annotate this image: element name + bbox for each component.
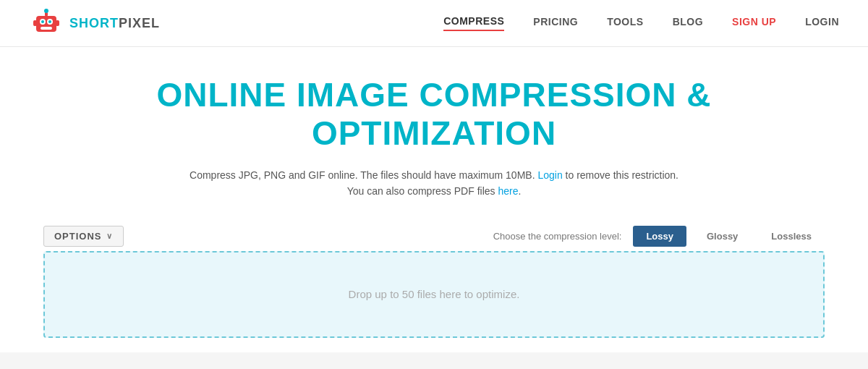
- nav-compress[interactable]: COMPRESS: [443, 15, 504, 31]
- options-bar: OPTIONS ∨ Choose the compression level: …: [43, 226, 825, 247]
- login-link[interactable]: Login: [537, 169, 562, 181]
- nav-login[interactable]: LOGIN: [805, 16, 839, 30]
- drop-zone[interactable]: Drop up to 50 files here to optimize.: [43, 251, 825, 338]
- nav-blog[interactable]: BLOG: [673, 16, 703, 30]
- hero-title: ONLINE IMAGE COMPRESSION & OPTIMIZATION: [29, 76, 839, 153]
- svg-rect-5: [41, 27, 52, 30]
- logo-text: SHORTPIXEL: [69, 16, 160, 31]
- svg-rect-9: [56, 20, 59, 26]
- hero-subtitle: Compress JPG, PNG and GIF online. The fi…: [29, 167, 839, 200]
- lossy-button[interactable]: Lossy: [633, 226, 686, 247]
- drop-zone-text: Drop up to 50 files here to optimize.: [349, 288, 520, 300]
- glossy-button[interactable]: Glossy: [694, 226, 751, 247]
- pdf-link[interactable]: here: [498, 185, 518, 197]
- main-content: OPTIONS ∨ Choose the compression level: …: [0, 214, 868, 352]
- logo[interactable]: SHORTPIXEL: [29, 6, 160, 41]
- options-button[interactable]: OPTIONS ∨: [43, 226, 124, 247]
- cta-section: WANT TO OPTIMIZE MORE IMAGES? SIGN UP, I…: [0, 352, 868, 369]
- compression-level-label: Choose the compression level:: [493, 231, 622, 242]
- lossless-button[interactable]: Lossless: [758, 226, 825, 247]
- nav-tools[interactable]: TOOLS: [607, 16, 643, 30]
- hero-section: ONLINE IMAGE COMPRESSION & OPTIMIZATION …: [0, 47, 868, 214]
- logo-icon: [29, 6, 64, 41]
- svg-rect-8: [33, 20, 37, 26]
- svg-point-3: [41, 20, 44, 23]
- svg-point-4: [48, 20, 51, 23]
- svg-point-7: [44, 9, 48, 13]
- nav-signup[interactable]: SIGN UP: [732, 16, 776, 30]
- main-nav: COMPRESS PRICING TOOLS BLOG SIGN UP LOGI…: [443, 15, 839, 31]
- header: SHORTPIXEL COMPRESS PRICING TOOLS BLOG S…: [0, 0, 868, 47]
- chevron-down-icon: ∨: [106, 232, 113, 241]
- compression-level-selector: Choose the compression level: Lossy Glos…: [493, 226, 825, 247]
- options-label: OPTIONS: [54, 231, 102, 242]
- nav-pricing[interactable]: PRICING: [533, 16, 578, 30]
